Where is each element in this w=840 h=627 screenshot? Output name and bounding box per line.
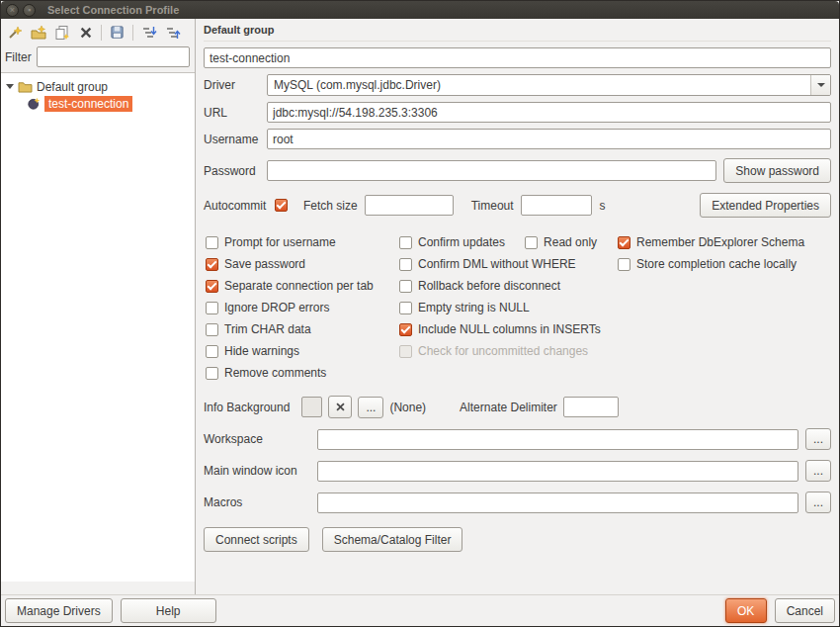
timeout-input[interactable]: [521, 195, 592, 216]
option-checkbox[interactable]: Read only: [525, 235, 597, 249]
username-input[interactable]: [267, 129, 831, 149]
connect-scripts-button[interactable]: Connect scripts: [204, 527, 309, 552]
copy-profile-icon[interactable]: [50, 21, 73, 44]
checkbox[interactable]: [399, 236, 412, 249]
checkbox[interactable]: [618, 236, 630, 249]
group-header: Default group: [204, 23, 831, 42]
fetch-size-input[interactable]: [365, 195, 454, 216]
save-icon[interactable]: [106, 21, 128, 44]
option-checkbox[interactable]: Store completion cache locally: [618, 257, 797, 271]
checkbox[interactable]: [618, 258, 630, 271]
checkbox-label: Include NULL columns in INSERTs: [418, 322, 601, 336]
checkbox[interactable]: [206, 323, 218, 336]
checkbox[interactable]: [399, 280, 412, 293]
option-row: Include NULL columns in INSERTs: [399, 318, 618, 340]
checkbox[interactable]: [525, 236, 538, 249]
folder-icon: [18, 80, 33, 93]
option-row: Store completion cache locally: [618, 253, 831, 275]
delete-profile-icon[interactable]: [74, 21, 97, 44]
checkbox[interactable]: [399, 302, 412, 314]
show-password-button[interactable]: Show password: [723, 158, 831, 183]
checkbox[interactable]: [206, 367, 218, 380]
option-checkbox[interactable]: Separate connection per tab: [206, 279, 374, 293]
driver-row: Driver MySQL (com.mysql.jdbc.Driver): [204, 74, 831, 96]
option-row: Trim CHAR data: [206, 318, 399, 340]
checkbox-label: Trim CHAR data: [224, 322, 311, 336]
cancel-button[interactable]: Cancel: [775, 598, 835, 623]
autocommit-checkbox[interactable]: [275, 199, 288, 212]
new-profile-icon[interactable]: [3, 21, 26, 44]
profile-name-input[interactable]: [204, 47, 831, 68]
option-checkbox[interactable]: Remember DbExplorer Schema: [618, 235, 804, 249]
pick-color-button[interactable]: ...: [358, 397, 383, 418]
workspace-row: Workspace ...: [204, 428, 831, 450]
close-icon[interactable]: ×: [6, 4, 19, 17]
connection-options-grid: Prompt for usernameSave passwordSeparate…: [204, 231, 831, 384]
main-window-icon-browse-button[interactable]: ...: [805, 460, 831, 482]
filter-input[interactable]: [37, 46, 190, 67]
maximize-icon[interactable]: ▪: [23, 4, 36, 17]
schema-catalog-filter-button[interactable]: Schema/Catalog Filter: [322, 527, 463, 552]
alternate-delimiter-input[interactable]: [563, 397, 619, 417]
chevron-down-icon: [817, 83, 825, 87]
username-row: Username: [204, 129, 831, 149]
checkbox[interactable]: [206, 236, 218, 249]
expand-groups-icon[interactable]: [137, 21, 160, 44]
tree-item-label: test-connection: [44, 96, 132, 112]
wand-sparkle-glyph: [7, 25, 23, 41]
option-checkbox[interactable]: Confirm DML without WHERE: [399, 257, 576, 271]
ok-button[interactable]: OK: [725, 598, 767, 623]
checkbox[interactable]: [206, 258, 218, 271]
option-row: Prompt for username: [206, 231, 399, 253]
tree-group-default[interactable]: Default group: [1, 78, 195, 95]
macros-input[interactable]: [317, 493, 798, 513]
checkbox[interactable]: [206, 345, 218, 358]
option-checkbox[interactable]: Confirm updates: [399, 235, 505, 249]
option-checkbox[interactable]: Remove comments: [206, 366, 326, 380]
new-group-icon[interactable]: [27, 21, 49, 44]
option-row: Save password: [206, 253, 399, 275]
driver-selected-value: MySQL (com.mysql.jdbc.Driver): [268, 75, 810, 95]
macros-browse-button[interactable]: ...: [805, 492, 831, 513]
driver-dropdown-button[interactable]: [810, 75, 830, 95]
option-row: Remember DbExplorer Schema: [618, 231, 831, 253]
info-background-swatch[interactable]: [301, 397, 322, 417]
option-checkbox[interactable]: Prompt for username: [206, 235, 336, 249]
workspace-input[interactable]: [317, 429, 798, 450]
option-checkbox[interactable]: Trim CHAR data: [206, 322, 311, 336]
chevron-down-icon[interactable]: [6, 84, 14, 89]
clear-color-button[interactable]: [328, 396, 352, 418]
option-checkbox[interactable]: Ignore DROP errors: [206, 301, 329, 314]
checkbox-label: Ignore DROP errors: [224, 301, 329, 314]
manage-drivers-button[interactable]: Manage Drivers: [5, 598, 113, 623]
main-window-icon-row: Main window icon ...: [204, 460, 831, 482]
dialog-content: Filter Default group test-connectio: [1, 19, 839, 594]
tree-group-label: Default group: [37, 80, 108, 94]
main-window-icon-input[interactable]: [317, 461, 798, 482]
url-input[interactable]: [267, 102, 831, 123]
tree-item-test-connection[interactable]: test-connection: [1, 95, 195, 112]
workspace-label: Workspace: [204, 432, 310, 446]
option-checkbox[interactable]: Rollback before disconnect: [399, 279, 560, 293]
option-checkbox[interactable]: Hide warnings: [206, 344, 299, 358]
driver-label: Driver: [204, 78, 267, 92]
driver-select[interactable]: MySQL (com.mysql.jdbc.Driver): [267, 74, 831, 96]
extended-properties-button[interactable]: Extended Properties: [700, 193, 831, 218]
profile-tree: Default group test-connection: [1, 72, 195, 582]
option-checkbox[interactable]: Save password: [206, 257, 305, 271]
option-row: Hide warnings: [206, 340, 399, 362]
checkbox[interactable]: [206, 302, 218, 314]
option-checkbox[interactable]: Empty string is NULL: [399, 301, 530, 314]
collapse-groups-icon[interactable]: [161, 21, 184, 44]
checkbox-label: Separate connection per tab: [224, 279, 374, 293]
checkbox[interactable]: [206, 280, 218, 293]
option-checkbox[interactable]: Include NULL columns in INSERTs: [399, 322, 601, 336]
workspace-browse-button[interactable]: ...: [805, 428, 831, 450]
checkbox-label: Remember DbExplorer Schema: [636, 235, 804, 249]
checkbox[interactable]: [399, 323, 412, 336]
checkbox[interactable]: [399, 258, 412, 271]
profile-toolbar: [1, 19, 195, 45]
main-window-icon-label: Main window icon: [204, 464, 310, 478]
help-button[interactable]: Help: [121, 598, 216, 623]
password-input[interactable]: [267, 160, 716, 181]
